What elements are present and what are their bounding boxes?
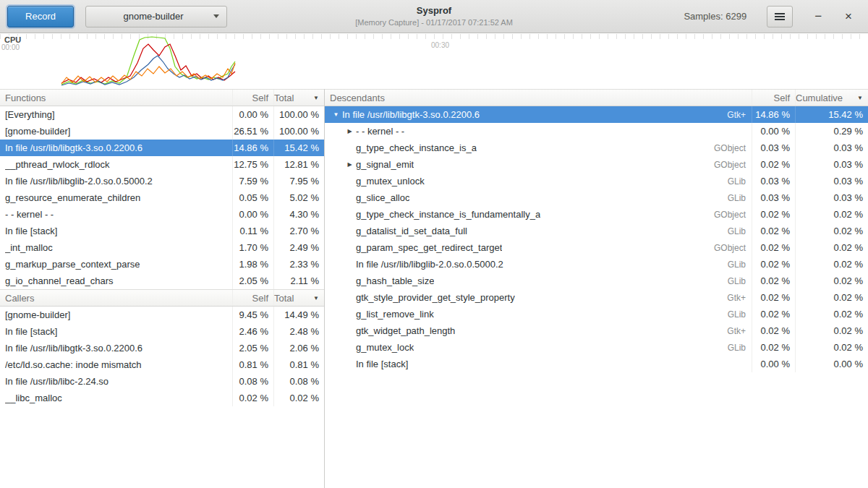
functions-header-row: Functions Self Total ▼ xyxy=(0,89,324,106)
name-cell: In file [stack] xyxy=(0,323,233,340)
descendants-header-row: Descendants Self Cumulative ▼ xyxy=(325,89,868,106)
self-value: 0.02 % xyxy=(752,239,796,256)
table-row[interactable]: In file /usr/lib/libglib-2.0.so.0.5000.2… xyxy=(325,256,868,273)
table-row[interactable]: g_markup_parse_context_parse1.98 %2.33 % xyxy=(0,256,324,273)
table-row[interactable]: In file /usr/lib/libgtk-3.so.0.2200.614.… xyxy=(0,140,324,156)
descendants-column-header[interactable]: Descendants xyxy=(325,90,752,106)
table-row[interactable]: [gnome-builder]9.45 %14.49 % xyxy=(0,307,324,323)
self-value: 0.03 % xyxy=(752,173,796,189)
name-cell: g_hash_table_sizeGLib xyxy=(325,273,752,289)
function-name: _int_malloc xyxy=(5,242,53,253)
table-row[interactable]: ▶g_signal_emitGObject0.02 %0.03 % xyxy=(325,156,868,173)
cumulative-column-header[interactable]: Cumulative ▼ xyxy=(796,90,868,106)
name-cell: - - kernel - - xyxy=(0,206,233,223)
total-column-header[interactable]: Total ▼ xyxy=(274,90,324,106)
callers-column-header[interactable]: Callers xyxy=(0,290,233,306)
cpu-timeline[interactable]: CPU 00:00 00:30 xyxy=(0,34,868,89)
cumulative-column-label: Cumulative xyxy=(796,93,843,103)
table-row[interactable]: [gnome-builder]26.51 %100.00 % xyxy=(0,123,324,140)
function-name: In file [stack] xyxy=(5,326,57,337)
record-button[interactable]: Record xyxy=(7,6,74,27)
table-row[interactable]: g_param_spec_get_redirect_targetGObject0… xyxy=(325,239,868,256)
chevron-down-icon xyxy=(213,14,219,18)
library-tag: GLib xyxy=(720,226,752,236)
self-column-header[interactable]: Self xyxy=(233,90,274,106)
function-name: g_io_channel_read_chars xyxy=(5,275,114,286)
self-value: 0.05 % xyxy=(233,189,274,206)
table-row[interactable]: g_hash_table_sizeGLib0.02 %0.02 % xyxy=(325,273,868,289)
expander-right-icon[interactable]: ▶ xyxy=(344,161,356,168)
table-row[interactable]: In file [stack]0.00 %0.00 % xyxy=(325,356,868,372)
functions-column-header[interactable]: Functions xyxy=(0,90,233,106)
function-name: In file /usr/lib/libgtk-3.so.0.2200.6 xyxy=(5,142,142,153)
name-cell: /etc/ld.so.cache: inode mismatch xyxy=(0,356,233,373)
table-row[interactable]: g_io_channel_read_chars2.05 %2.11 % xyxy=(0,273,324,289)
function-name: [gnome-builder] xyxy=(5,126,70,137)
table-row[interactable]: - - kernel - -0.00 %4.30 % xyxy=(0,206,324,223)
close-button[interactable]: × xyxy=(842,7,855,25)
table-row[interactable]: In file /usr/lib/libglib-2.0.so.0.5000.2… xyxy=(0,173,324,189)
name-cell: ▶- - kernel - - xyxy=(325,123,752,140)
table-row[interactable]: /etc/ld.so.cache: inode mismatch0.81 %0.… xyxy=(0,356,324,373)
total-value: 0.02 % xyxy=(796,289,868,306)
name-cell: gtk_widget_path_lengthGtk+ xyxy=(325,322,752,339)
expander-down-icon[interactable]: ▼ xyxy=(330,111,342,118)
table-row[interactable]: __libc_malloc0.02 %0.02 % xyxy=(0,390,324,406)
table-row[interactable]: g_list_remove_linkGLib0.02 %0.02 % xyxy=(325,306,868,322)
function-name: g_mutex_unlock xyxy=(356,176,425,187)
total-value: 0.02 % xyxy=(796,339,868,356)
table-row[interactable]: ▶- - kernel - -0.00 %0.29 % xyxy=(325,123,868,140)
name-cell: In file /usr/lib/libglib-2.0.so.0.5000.2… xyxy=(325,256,752,273)
table-row[interactable]: _int_malloc1.70 %2.49 % xyxy=(0,239,324,256)
table-row[interactable]: g_type_check_instance_is_aGObject0.03 %0… xyxy=(325,140,868,156)
total-value: 0.02 % xyxy=(796,239,868,256)
total-value: 15.42 % xyxy=(274,140,324,156)
self-value: 0.02 % xyxy=(752,206,796,223)
self-value: 0.02 % xyxy=(752,256,796,273)
total-value: 0.03 % xyxy=(796,173,868,189)
minimize-button[interactable]: − xyxy=(812,7,825,25)
process-selector-dropdown[interactable]: gnome-builder xyxy=(85,6,227,27)
table-row[interactable]: [Everything]0.00 %100.00 % xyxy=(0,106,324,123)
self-value: 0.00 % xyxy=(233,206,274,223)
table-row[interactable]: In file /usr/lib/libc-2.24.so0.08 %0.08 … xyxy=(0,373,324,390)
table-row[interactable]: g_mutex_lockGLib0.02 %0.02 % xyxy=(325,339,868,356)
total-value: 0.03 % xyxy=(796,140,868,156)
total-value: 0.29 % xyxy=(796,123,868,140)
self-value: 26.51 % xyxy=(233,123,274,140)
table-row[interactable]: g_resource_enumerate_children0.05 %5.02 … xyxy=(0,189,324,206)
table-row[interactable]: ▼In file /usr/lib/libgtk-3.so.0.2200.6Gt… xyxy=(325,106,868,123)
total-value: 0.02 % xyxy=(796,206,868,223)
table-row[interactable]: In file /usr/lib/libgtk-3.so.0.2200.62.0… xyxy=(0,340,324,356)
function-name: g_slice_alloc xyxy=(356,192,409,203)
function-name: - - kernel - - xyxy=(356,126,404,137)
table-row[interactable]: gtk_widget_path_lengthGtk+0.02 %0.02 % xyxy=(325,322,868,339)
table-row[interactable]: In file [stack]0.11 %2.70 % xyxy=(0,223,324,239)
table-row[interactable]: gtk_style_provider_get_style_propertyGtk… xyxy=(325,289,868,306)
library-tag: GObject xyxy=(707,160,752,170)
total-value: 2.11 % xyxy=(274,273,324,289)
total-column-header[interactable]: Total ▼ xyxy=(274,290,324,306)
total-column-label: Total xyxy=(274,293,294,304)
self-value: 0.03 % xyxy=(752,140,796,156)
library-tag: GLib xyxy=(720,260,752,270)
self-column-header[interactable]: Self xyxy=(752,90,796,106)
table-row[interactable]: g_mutex_unlockGLib0.03 %0.03 % xyxy=(325,173,868,189)
pane-divider[interactable] xyxy=(324,89,325,488)
total-value: 2.33 % xyxy=(274,256,324,273)
table-row[interactable]: g_slice_allocGLib0.03 %0.03 % xyxy=(325,189,868,206)
library-tag: GLib xyxy=(720,176,752,187)
self-column-header[interactable]: Self xyxy=(233,290,274,306)
total-value: 0.00 % xyxy=(796,356,868,372)
menu-button[interactable] xyxy=(767,6,793,27)
table-row[interactable]: g_datalist_id_set_data_fullGLib0.02 %0.0… xyxy=(325,223,868,239)
table-row[interactable]: In file [stack]2.46 %2.48 % xyxy=(0,323,324,340)
total-value: 0.03 % xyxy=(796,189,868,206)
expander-right-icon[interactable]: ▶ xyxy=(344,128,356,134)
table-row[interactable]: __pthread_rwlock_rdlock12.75 %12.81 % xyxy=(0,156,324,173)
self-value: 2.05 % xyxy=(233,273,274,289)
self-value: 0.02 % xyxy=(233,390,274,406)
table-row[interactable]: g_type_check_instance_is_fundamentally_a… xyxy=(325,206,868,223)
self-value: 14.86 % xyxy=(233,140,274,156)
self-value: 0.81 % xyxy=(233,356,274,373)
